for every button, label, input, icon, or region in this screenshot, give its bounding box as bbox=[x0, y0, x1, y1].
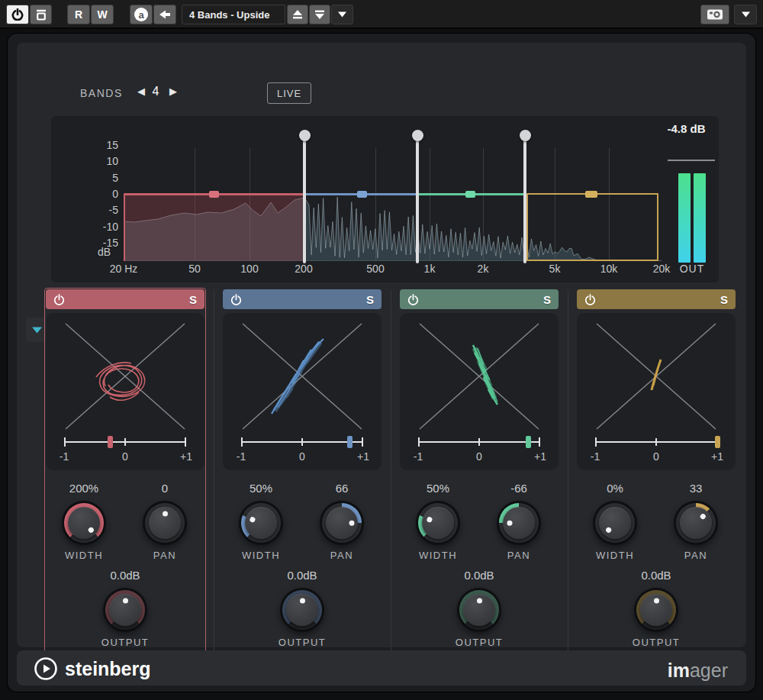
band-2-header[interactable]: S bbox=[223, 289, 382, 309]
crossover-1-line[interactable] bbox=[303, 140, 306, 263]
pan-knob[interactable] bbox=[674, 501, 718, 545]
power-icon[interactable] bbox=[53, 294, 65, 305]
width-knob[interactable] bbox=[62, 501, 106, 545]
pan-knob[interactable] bbox=[320, 501, 364, 545]
preset-name-field[interactable]: 4 Bands - Upside bbox=[182, 5, 285, 24]
output-value: 0.0dB bbox=[618, 569, 694, 582]
crossover-1-handle[interactable] bbox=[299, 130, 311, 141]
width-value: 50% bbox=[400, 482, 476, 495]
ruler-label-left: -1 bbox=[52, 450, 76, 463]
freq-tick: 5k bbox=[532, 263, 578, 275]
screen: R W a 4 Bands - Upside BANDS ◀ 4 bbox=[0, 0, 763, 700]
freq-tick: 500 bbox=[353, 263, 398, 275]
pan-position-marker[interactable] bbox=[347, 436, 353, 448]
output-knob[interactable] bbox=[634, 588, 678, 632]
band-4-gain-handle[interactable] bbox=[585, 191, 597, 198]
snapshot-button[interactable] bbox=[700, 5, 729, 24]
bypass-button[interactable] bbox=[30, 5, 52, 24]
band-2-panel: S bbox=[223, 289, 382, 654]
ruler-tick bbox=[418, 437, 420, 447]
crossover-3-handle[interactable] bbox=[520, 130, 531, 141]
band-1-panel: S bbox=[46, 289, 204, 654]
auto-button[interactable]: a bbox=[130, 5, 153, 24]
output-knob[interactable] bbox=[457, 588, 501, 632]
width-label: WIDTH bbox=[577, 550, 653, 561]
pan-position-marker[interactable] bbox=[715, 436, 720, 448]
crossover-2-handle[interactable] bbox=[412, 130, 423, 141]
ruler-tick bbox=[655, 438, 657, 446]
band-2-gain-handle[interactable] bbox=[357, 191, 367, 198]
stereo-trace bbox=[272, 339, 324, 414]
output-label: OUTPUT bbox=[87, 637, 163, 648]
read-automation-button[interactable]: R bbox=[67, 5, 90, 24]
solo-button[interactable]: S bbox=[543, 293, 551, 306]
band-3-panel: S bbox=[400, 289, 559, 654]
ruler-label-right: +1 bbox=[351, 450, 375, 463]
live-label: LIVE bbox=[277, 88, 301, 99]
pan-knob[interactable] bbox=[143, 501, 187, 545]
crossover-2-line[interactable] bbox=[416, 140, 419, 263]
output-knob[interactable] bbox=[103, 588, 147, 632]
band-1-header[interactable]: S bbox=[46, 289, 204, 309]
prev-preset-button[interactable] bbox=[287, 5, 308, 24]
pan-label: PAN bbox=[304, 550, 380, 561]
next-preset-button[interactable] bbox=[309, 5, 330, 24]
prev-preset-icon bbox=[292, 10, 303, 19]
power-icon[interactable] bbox=[407, 294, 419, 305]
pan-knob[interactable] bbox=[497, 501, 541, 545]
output-meter-left bbox=[678, 173, 691, 263]
pan-ruler[interactable] bbox=[241, 441, 363, 443]
ruler-tick bbox=[64, 437, 66, 447]
ruler-tick bbox=[185, 437, 186, 447]
output-label: OUTPUT bbox=[264, 637, 340, 648]
collapse-bands-button[interactable] bbox=[26, 318, 47, 342]
bands-decrement-button[interactable]: ◀ bbox=[137, 85, 145, 97]
output-value: 0.0dB bbox=[264, 569, 340, 582]
solo-button[interactable]: S bbox=[366, 293, 374, 306]
solo-button[interactable]: S bbox=[720, 293, 728, 306]
output-value: 0.0dB bbox=[87, 569, 163, 582]
back-arrow-button[interactable] bbox=[153, 5, 176, 24]
band-1-gain-handle[interactable] bbox=[209, 191, 219, 198]
pan-value: 33 bbox=[658, 482, 734, 495]
crossover-3-line[interactable] bbox=[523, 140, 526, 263]
ruler-label-center: 0 bbox=[290, 450, 314, 463]
vectorscope-graph bbox=[46, 313, 204, 435]
write-automation-button[interactable]: W bbox=[91, 5, 114, 24]
band-3-gain-handle[interactable] bbox=[465, 191, 475, 198]
pan-label: PAN bbox=[658, 550, 734, 561]
ruler-tick bbox=[241, 437, 243, 447]
width-knob[interactable] bbox=[416, 501, 460, 545]
toolbar-menu-button[interactable] bbox=[734, 5, 757, 24]
output-knob[interactable] bbox=[280, 588, 324, 632]
brand-name: steinberg bbox=[65, 658, 151, 680]
power-icon[interactable] bbox=[230, 294, 242, 305]
power-icon[interactable] bbox=[584, 294, 596, 305]
pan-position-marker[interactable] bbox=[526, 436, 531, 448]
solo-button[interactable]: S bbox=[189, 293, 197, 306]
spectrum-plot[interactable] bbox=[124, 145, 662, 261]
band-3-header[interactable]: S bbox=[400, 289, 559, 309]
band-4-header[interactable]: S bbox=[577, 289, 736, 309]
pan-position-marker[interactable] bbox=[108, 436, 113, 448]
pan-ruler[interactable] bbox=[595, 441, 717, 443]
band-4-zone[interactable] bbox=[526, 193, 658, 261]
pan-ruler[interactable] bbox=[418, 441, 540, 443]
preset-dropdown-button[interactable] bbox=[331, 5, 353, 24]
peak-hold-line bbox=[668, 160, 715, 161]
db-tick: 0 bbox=[88, 188, 118, 200]
bands-increment-button[interactable]: ▶ bbox=[169, 85, 177, 97]
live-button[interactable]: LIVE bbox=[267, 82, 311, 104]
plugin-power-button[interactable] bbox=[6, 5, 29, 24]
output-value: 0.0dB bbox=[441, 569, 517, 582]
pan-label: PAN bbox=[481, 550, 557, 561]
ruler-tick bbox=[362, 437, 363, 447]
pan-ruler[interactable] bbox=[64, 441, 186, 443]
width-knob[interactable] bbox=[593, 501, 637, 545]
band-divider bbox=[391, 290, 391, 652]
width-knob[interactable] bbox=[239, 501, 283, 545]
pan-value: -66 bbox=[481, 482, 557, 495]
width-label: WIDTH bbox=[46, 550, 122, 561]
bands-label: BANDS bbox=[80, 87, 123, 99]
vectorscope-graph bbox=[400, 313, 559, 435]
